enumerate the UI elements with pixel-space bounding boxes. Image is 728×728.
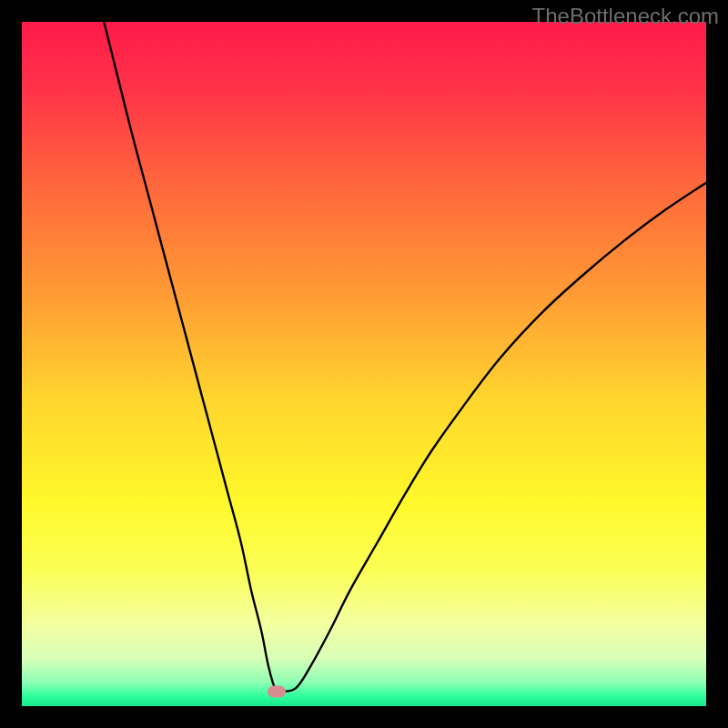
plot-area — [22, 22, 706, 706]
bottleneck-curve — [22, 22, 706, 706]
optimal-point-marker — [268, 686, 286, 698]
chart-frame: TheBottleneck.com — [0, 0, 728, 728]
watermark-text: TheBottleneck.com — [532, 4, 719, 29]
